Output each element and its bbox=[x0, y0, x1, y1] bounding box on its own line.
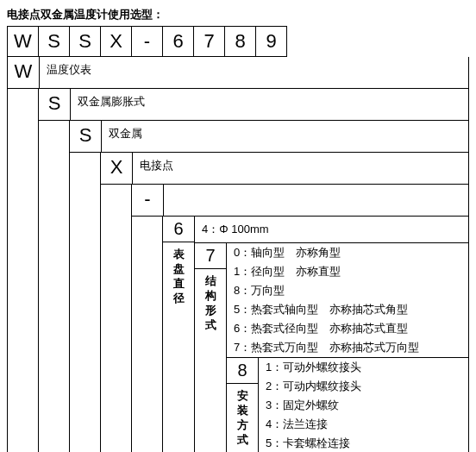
digit-label: 安 装 方 式 bbox=[227, 384, 258, 452]
option-line: 5：卡套螺栓连接 bbox=[259, 434, 468, 452]
level-row: W 温度仪表 bbox=[8, 57, 468, 88]
option-line: 0：轴向型 亦称角型 bbox=[227, 243, 468, 262]
selection-tree: W 温度仪表 S 双金属膨胀式 S 双金属 bbox=[7, 57, 469, 452]
digit-block-8: 8 安 装 方 式 bbox=[227, 357, 468, 452]
code-cell: X bbox=[100, 26, 132, 57]
indent-spacer bbox=[39, 121, 70, 452]
indent-spacer bbox=[8, 89, 39, 452]
indent-spacer bbox=[101, 185, 132, 452]
model-code-row: W S S X - 6 7 8 9 bbox=[7, 26, 469, 57]
indent-spacer bbox=[70, 153, 101, 452]
code-cell: S bbox=[69, 26, 101, 57]
level-letter: W bbox=[8, 57, 40, 88]
option-line: 1：可动外螺纹接头 bbox=[259, 358, 468, 377]
digits-container: 6 表 盘 直 径 bbox=[132, 216, 468, 452]
level-row: X 电接点 bbox=[101, 153, 468, 184]
level-letter: X bbox=[101, 153, 133, 184]
option-line: 2：可动内螺纹接头 bbox=[259, 377, 468, 396]
option-line: 4：Φ 100mm bbox=[195, 217, 468, 242]
level-row: S 双金属膨胀式 bbox=[39, 89, 468, 120]
digit-cell: 7 bbox=[195, 243, 226, 269]
digit-cell: 8 bbox=[227, 358, 258, 384]
level-desc: 双金属膨胀式 bbox=[71, 89, 468, 120]
option-line: 4：法兰连接 bbox=[259, 415, 468, 434]
code-cell: 7 bbox=[193, 26, 225, 57]
level-container: - bbox=[101, 184, 468, 452]
level-row: - bbox=[132, 185, 468, 216]
level-desc: 电接点 bbox=[133, 153, 468, 184]
option-line: 3：固定外螺纹 bbox=[259, 396, 468, 415]
indent-spacer bbox=[132, 217, 163, 452]
level-container: S 双金属 X 电接点 bbox=[39, 120, 468, 452]
option-line: 6：热套式径向型 亦称抽芯式直型 bbox=[227, 319, 468, 338]
option-line: 8：万向型 bbox=[227, 281, 468, 300]
digit-block-6: 6 表 盘 直 径 bbox=[163, 217, 468, 452]
digit-block-7: 7 结 构 形 式 bbox=[195, 242, 468, 452]
code-cell: W bbox=[7, 26, 39, 57]
level-desc: 温度仪表 bbox=[40, 57, 468, 88]
code-cell: 9 bbox=[255, 26, 287, 57]
code-cell: S bbox=[38, 26, 70, 57]
level-letter: - bbox=[132, 185, 164, 216]
level-desc: 双金属 bbox=[102, 121, 468, 152]
level-container: X 电接点 - bbox=[70, 152, 468, 452]
level-letter: S bbox=[70, 121, 102, 152]
level-letter: S bbox=[39, 89, 71, 120]
digit-cell: 6 bbox=[163, 217, 194, 242]
code-cell: - bbox=[131, 26, 163, 57]
level-row: S 双金属 bbox=[70, 121, 468, 152]
page-title: 电接点双金属温度计使用选型： bbox=[7, 7, 469, 22]
level-container: S 双金属膨胀式 S 双金属 X bbox=[8, 88, 468, 452]
level-desc bbox=[164, 185, 468, 216]
code-cell: 8 bbox=[224, 26, 256, 57]
option-line: 5：热套式轴向型 亦称抽芯式角型 bbox=[227, 300, 468, 319]
option-line: 7：热套式万向型 亦称抽芯式万向型 bbox=[227, 338, 468, 357]
code-cell: 6 bbox=[162, 26, 194, 57]
option-line: 1：径向型 亦称直型 bbox=[227, 262, 468, 281]
digit-label: 表 盘 直 径 bbox=[163, 242, 194, 311]
digit-label: 结 构 形 式 bbox=[195, 269, 226, 338]
